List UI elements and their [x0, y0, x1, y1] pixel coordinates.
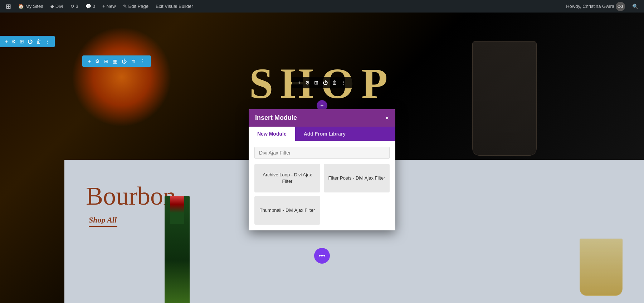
module-grid: Archive Loop - Divi Ajax Filter Filter P…	[254, 164, 390, 225]
bourbon-heading: Bourbon	[86, 181, 176, 211]
floating-options-button[interactable]: •••	[314, 248, 330, 264]
bokeh-decoration	[72, 27, 172, 127]
greeting-text: Howdy, Christina Gwira	[566, 4, 614, 9]
column-toolbar: + ⚙ ⊞ ▦ ⏻ 🗑 ⋮	[82, 55, 151, 67]
updates-menu[interactable]: ↺ 3	[68, 0, 81, 13]
three-dots-icon: •••	[319, 252, 326, 260]
admin-bar-right: Howdy, Christina Gwira CG 🔍	[563, 0, 641, 13]
dialog-tabs: New Module Add From Library	[249, 127, 395, 141]
shop-all-link[interactable]: Shop All	[89, 215, 117, 225]
shop-all-underline	[89, 226, 117, 227]
new-icon: +	[102, 4, 105, 9]
divi-label: Divi	[55, 4, 63, 9]
module-card-archive-loop[interactable]: Archive Loop - Divi Ajax Filter	[254, 164, 320, 192]
row-disable-icon[interactable]: ⏻	[26, 38, 34, 45]
col-add-icon[interactable]: +	[87, 58, 92, 65]
wp-logo[interactable]: ⊞	[3, 0, 14, 13]
module-duplicate-icon[interactable]: ⊞	[313, 79, 320, 86]
comments-menu[interactable]: 💬 0	[83, 0, 98, 13]
admin-bar: ⊞ 🏠 My Sites ◆ Divi ↺ 3 💬 0 + New ✎ Edit…	[0, 0, 644, 13]
divi-menu[interactable]: ◆ Divi	[48, 0, 66, 13]
new-content-menu[interactable]: + New	[99, 0, 119, 13]
row-toolbar: + ⚙ ⊞ ⏻ 🗑 ⋮	[0, 36, 55, 47]
user-greeting[interactable]: Howdy, Christina Gwira CG	[563, 0, 628, 13]
row-duplicate-icon[interactable]: ⊞	[18, 38, 25, 45]
drink-glass	[580, 239, 623, 296]
module-disable-icon[interactable]: ⏻	[321, 79, 329, 86]
dialog-body: Archive Loop - Divi Ajax Filter Filter P…	[249, 141, 395, 230]
exit-vb-label: Exit Visual Builder	[156, 4, 193, 9]
dialog-close-button[interactable]: ×	[385, 115, 389, 121]
col-more-icon[interactable]: ⋮	[139, 58, 147, 65]
row-delete-icon[interactable]: 🗑	[35, 38, 43, 45]
my-sites-label: My Sites	[25, 4, 43, 9]
updates-count: 3	[76, 4, 78, 9]
edit-icon: ✎	[123, 4, 127, 9]
dialog-title: Insert Module	[255, 114, 297, 122]
module-card-thumbnail[interactable]: Thumbnail - Divi Ajax Filter	[254, 196, 320, 225]
updates-icon: ↺	[70, 4, 74, 9]
avatar: CG	[616, 2, 625, 11]
comments-count: 0	[93, 4, 95, 9]
row-more-icon[interactable]: ⋮	[43, 38, 51, 45]
exit-visual-builder-button[interactable]: Exit Visual Builder	[153, 0, 196, 13]
edit-page-button[interactable]: ✎ Edit Page	[120, 0, 151, 13]
comments-icon: 💬	[86, 4, 91, 9]
row-add-icon[interactable]: +	[4, 38, 9, 45]
module-toolbar: + ⚙ ⊞ ⏻ 🗑 ⋮	[292, 77, 352, 88]
home-icon: 🏠	[18, 4, 24, 9]
col-layout-icon[interactable]: ▦	[111, 58, 119, 65]
module-card-filter-posts[interactable]: Filter Posts - Divi Ajax Filter	[324, 164, 390, 192]
col-delete-icon[interactable]: 🗑	[130, 58, 137, 65]
col-duplicate-icon[interactable]: ⊞	[103, 58, 110, 65]
glass-decoration	[472, 41, 537, 156]
plus-icon: +	[320, 102, 323, 109]
row-settings-icon[interactable]: ⚙	[10, 38, 18, 45]
module-delete-icon[interactable]: 🗑	[331, 79, 338, 86]
dialog-header: Insert Module ×	[249, 109, 395, 127]
module-search-input[interactable]	[254, 147, 390, 159]
my-sites-menu[interactable]: 🏠 My Sites	[15, 0, 46, 13]
wine-bottle-neck	[170, 196, 184, 224]
module-more-icon[interactable]: ⋮	[340, 79, 348, 86]
search-button[interactable]: 🔍	[629, 4, 641, 9]
tab-add-from-library[interactable]: Add From Library	[295, 127, 354, 141]
insert-module-dialog: Insert Module × New Module Add From Libr…	[249, 109, 395, 230]
new-label: New	[107, 4, 116, 9]
module-settings-icon[interactable]: ⚙	[304, 79, 311, 86]
col-disable-icon[interactable]: ⏻	[120, 58, 128, 65]
module-add-icon[interactable]: +	[296, 79, 302, 86]
tab-new-module[interactable]: New Module	[249, 127, 295, 141]
col-settings-icon[interactable]: ⚙	[94, 58, 101, 65]
page-container: + ⚙ ⊞ ⏻ 🗑 ⋮ + ⚙ ⊞ ▦ ⏻ 🗑 ⋮ + ⚙ ⊞ ⏻ 🗑 ⋮ SH…	[0, 13, 644, 303]
edit-page-label: Edit Page	[128, 4, 148, 9]
divi-icon: ◆	[50, 4, 54, 9]
